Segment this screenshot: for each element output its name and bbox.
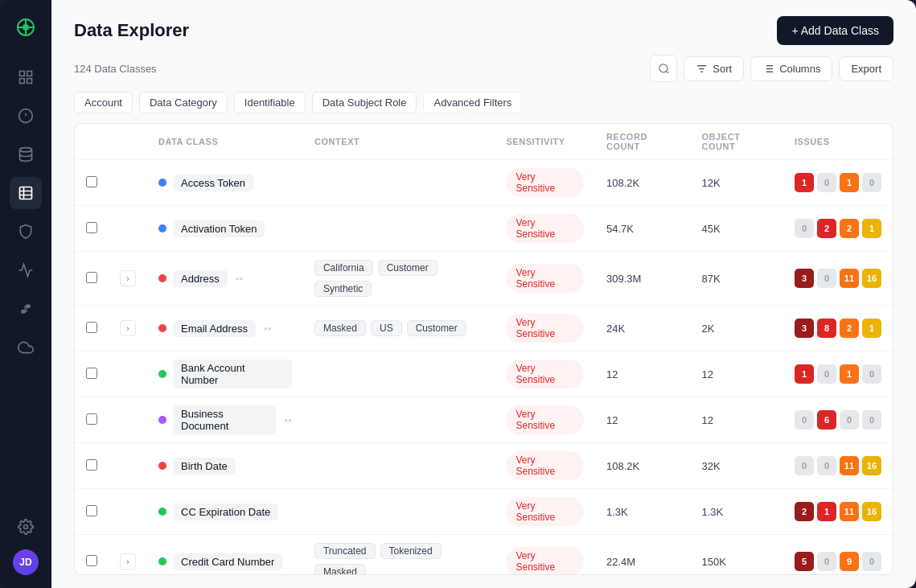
sort-button[interactable]: Sort [684,56,744,81]
row-checkbox[interactable] [86,272,97,283]
toolbar: 124 Data Classes Sort Columns Export [51,45,916,92]
sensitivity-badge: Very Sensitive [506,497,584,526]
sidebar-item-shield[interactable] [10,216,42,248]
sidebar-item-plug[interactable] [10,293,42,325]
issue-badge: 9 [840,552,859,571]
row-checkbox[interactable] [86,505,97,516]
issue-badge: 0 [817,269,836,288]
issue-badge: 2 [840,219,859,238]
sidebar-item-activity[interactable] [10,254,42,286]
issue-badge: 1 [862,219,881,238]
class-dot [158,179,166,187]
sidebar-item-dashboard[interactable] [10,61,42,93]
class-name: Email Address [173,320,256,337]
col-record-count: RECORD COUNT [595,124,691,160]
user-avatar[interactable]: JD [13,549,39,575]
issue-badge: 6 [817,410,836,430]
issue-badge: 0 [817,552,836,571]
sidebar-item-explorer[interactable] [10,177,42,209]
filter-data-subject-role[interactable]: Data Subject Role [312,92,417,113]
class-name: CC Expiration Date [173,504,278,520]
svg-rect-9 [20,79,25,84]
filter-account[interactable]: Account [74,92,133,113]
sort-label: Sort [713,63,732,75]
object-count: 12K [691,160,783,206]
issue-badge: 5 [795,552,814,571]
data-table-wrapper: DATA CLASS CONTEXT SENSITIVITY RECORD CO… [74,123,893,575]
sidebar-item-database[interactable] [10,138,42,171]
class-name: Credit Card Number [173,553,282,570]
svg-line-23 [666,71,668,73]
record-count: 108.2K [595,160,691,206]
row-checkbox[interactable] [86,322,97,333]
issue-badge: 0 [862,552,881,571]
issue-badge: 2 [840,319,859,338]
svg-point-22 [659,64,667,72]
record-count: 12 [595,352,691,397]
filter-data-category[interactable]: Data Category [139,92,228,113]
issue-badge: 0 [817,456,836,475]
row-checkbox[interactable] [86,368,97,379]
table-row: Birth DateVery Sensitive108.2K32K001116 [75,443,893,489]
col-object-count: OBJECT COUNT [691,124,783,160]
class-dot [158,370,166,378]
record-count: 309.3M [595,252,691,306]
row-checkbox[interactable] [86,459,97,471]
col-data-class: DATA CLASS [147,124,303,160]
class-name: Business Document [173,405,276,434]
svg-point-21 [24,525,28,529]
sidebar-item-cloud[interactable] [10,331,42,364]
class-name: Birth Date [173,458,236,475]
filter-advanced[interactable]: Advanced Filters [423,92,522,113]
expand-button[interactable]: › [120,320,136,336]
issue-badge: 0 [795,456,814,475]
logo [11,13,40,42]
table-row: Activation TokenVery Sensitive54.7K45K02… [75,206,893,252]
record-count: 54.7K [595,206,691,252]
object-count: 87K [691,252,783,306]
add-data-class-button[interactable]: + Add Data Class [777,16,893,45]
columns-button[interactable]: Columns [750,56,832,81]
issue-badge: 16 [862,269,881,288]
issue-badge: 11 [840,456,859,475]
table-row: Business Document●●Very Sensitive1212060… [75,397,893,443]
svg-rect-10 [27,79,32,84]
page-title: Data Explorer [74,20,189,41]
sensitivity-badge: Very Sensitive [506,451,584,480]
sensitivity-badge: Very Sensitive [506,314,584,343]
issue-badge: 0 [862,173,881,192]
row-checkbox[interactable] [86,176,97,187]
record-count: 1.3K [595,489,691,535]
issue-badge: 1 [862,319,881,338]
data-table: DATA CLASS CONTEXT SENSITIVITY RECORD CO… [75,124,893,575]
class-dot [158,557,166,565]
issue-badge: 16 [862,456,881,475]
context-tag: Customer [407,320,466,336]
table-row: ›Credit Card NumberTruncatedTokenizedMas… [75,535,893,576]
row-checkbox[interactable] [86,413,97,425]
issue-badge: 0 [817,364,836,384]
table-row: Access TokenVery Sensitive108.2K12K1010 [75,160,893,206]
search-button[interactable] [650,55,677,82]
data-count: 124 Data Classes [74,63,157,75]
issue-badge: 3 [795,319,814,338]
svg-rect-15 [20,187,32,199]
context-tag: Truncated [314,543,376,559]
record-count: 108.2K [595,443,691,489]
issue-badge: 1 [840,364,859,384]
object-count: 12 [691,397,783,443]
class-dot [158,274,166,282]
sidebar-item-settings[interactable] [10,511,42,543]
export-button[interactable]: Export [839,56,893,81]
svg-point-2 [23,24,29,31]
filter-identifiable[interactable]: Identifiable [234,92,306,113]
row-checkbox[interactable] [86,555,97,566]
class-dot [158,224,166,232]
expand-button[interactable]: › [120,270,136,286]
sidebar-item-alerts[interactable] [10,100,42,132]
record-count: 12 [595,397,691,443]
context-tag: Tokenized [380,543,442,559]
expand-button[interactable]: › [120,553,136,569]
context-tag: Customer [378,260,437,276]
row-checkbox[interactable] [86,222,97,233]
